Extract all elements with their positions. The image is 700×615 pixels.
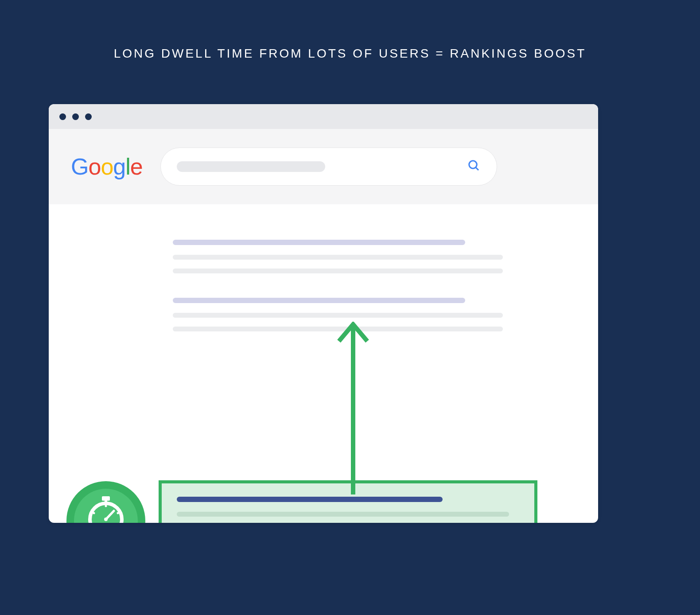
search-placeholder-bar [177, 161, 325, 172]
search-result [173, 240, 545, 273]
search-result [173, 298, 545, 331]
highlighted-title-placeholder [177, 497, 443, 502]
browser-titlebar [49, 104, 598, 129]
stopwatch-thumbsup-icon [66, 481, 145, 523]
result-body-placeholder [173, 255, 503, 260]
logo-letter: g [113, 153, 125, 180]
logo-letter: e [130, 153, 143, 180]
result-body-placeholder [173, 313, 503, 318]
svg-point-0 [469, 161, 477, 169]
diagram-title: LONG DWELL TIME FROM LOTS OF USERS = RAN… [0, 0, 700, 61]
result-body-placeholder [173, 269, 503, 273]
browser-window: G o o g l e [49, 104, 598, 523]
result-title-placeholder [173, 298, 465, 303]
svg-point-9 [93, 512, 95, 514]
highlighted-body-placeholder [177, 512, 509, 517]
logo-letter: o [101, 153, 113, 180]
window-dot [72, 113, 79, 120]
search-header: G o o g l e [49, 129, 598, 204]
arrow-up-icon [335, 322, 371, 494]
window-dot [85, 113, 92, 120]
svg-point-8 [117, 512, 119, 514]
search-icon[interactable] [467, 159, 481, 174]
window-dot [59, 113, 66, 120]
svg-line-1 [475, 167, 478, 170]
svg-point-12 [104, 518, 108, 521]
result-body-placeholder [173, 327, 503, 331]
logo-letter: l [125, 153, 130, 180]
logo-letter: G [71, 153, 88, 180]
search-results [49, 204, 598, 523]
search-input[interactable] [160, 148, 497, 186]
google-logo: G o o g l e [71, 153, 143, 180]
result-title-placeholder [173, 240, 465, 245]
window-controls [59, 113, 92, 120]
svg-point-7 [105, 505, 107, 507]
highlighted-result [159, 480, 537, 523]
logo-letter: o [88, 153, 101, 180]
